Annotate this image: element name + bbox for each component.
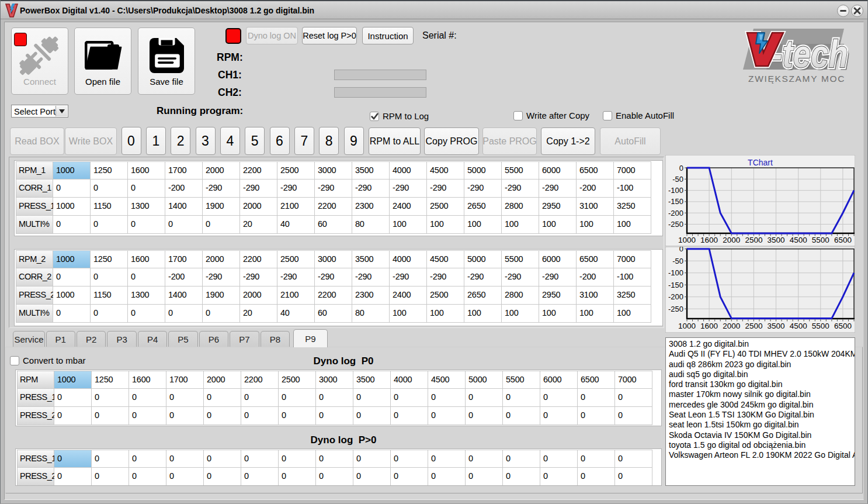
svg-text:2000: 2000 [723,322,740,330]
svg-text:2500: 2500 [745,322,762,330]
svg-text:6500: 6500 [834,322,852,330]
svg-text:3500: 3500 [767,236,784,244]
svg-text:0: 0 [679,247,683,253]
svg-text:-50: -50 [672,175,683,184]
svg-text:4500: 4500 [790,236,807,244]
svg-text:1600: 1600 [700,236,718,244]
svg-text:-250: -250 [668,305,683,313]
svg-text:-150: -150 [668,197,683,206]
svg-text:0: 0 [679,164,683,172]
svg-text:-250: -250 [668,220,683,229]
svg-text:-100: -100 [668,186,683,195]
svg-text:-100: -100 [668,268,683,277]
svg-text:2000: 2000 [723,236,740,244]
svg-text:-150: -150 [668,281,683,289]
svg-text:ZWIĘKSZAMY MOC: ZWIĘKSZAMY MOC [748,74,845,84]
svg-text:-200: -200 [668,292,683,301]
svg-text:TChart: TChart [748,158,773,167]
svg-text:3500: 3500 [767,322,784,330]
svg-text:5500: 5500 [812,236,829,244]
svg-text:-tech: -tech [772,32,848,75]
svg-text:2500: 2500 [745,236,762,244]
svg-text:-50: -50 [672,257,683,265]
svg-text:1000: 1000 [678,236,696,244]
svg-text:6500: 6500 [834,236,852,244]
svg-text:-200: -200 [668,209,683,218]
svg-text:5500: 5500 [812,322,829,330]
svg-text:1000: 1000 [678,322,696,330]
svg-text:1600: 1600 [700,322,718,330]
svg-text:4500: 4500 [790,322,807,330]
